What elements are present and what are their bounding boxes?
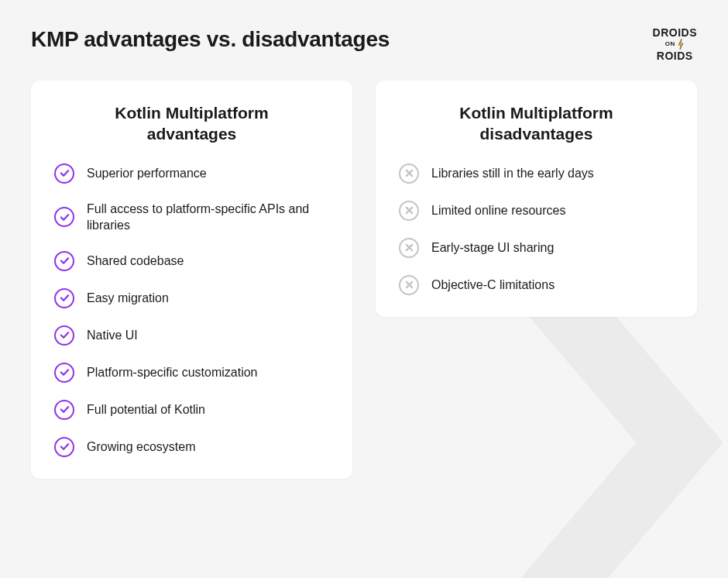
disadvantages-list: Libraries still in the early days Limite…	[399, 163, 674, 295]
logo-text-top: DROIDS	[653, 27, 697, 38]
list-item: Full access to platform-specific APIs an…	[54, 201, 329, 234]
list-item: Libraries still in the early days	[399, 163, 674, 184]
check-icon	[54, 363, 74, 383]
advantages-card: Kotlin Multiplatform advantages Superior…	[31, 81, 352, 479]
item-text: Early-stage UI sharing	[431, 239, 554, 256]
advantages-list: Superior performance Full access to plat…	[54, 163, 329, 457]
list-item: Limited online resources	[399, 201, 674, 221]
item-text: Platform-specific customization	[87, 364, 258, 381]
check-icon	[54, 288, 74, 308]
check-icon	[54, 207, 74, 227]
bolt-icon	[677, 39, 685, 50]
list-item: Growing ecosystem	[54, 437, 329, 457]
list-item: Early-stage UI sharing	[399, 238, 674, 258]
check-icon	[54, 163, 74, 184]
item-text: Objective-C limitations	[431, 277, 555, 294]
list-item: Easy migration	[54, 288, 329, 308]
list-item: Full potential of Kotlin	[54, 400, 329, 420]
header: KMP advantages vs. disadvantages DROIDS …	[0, 0, 728, 61]
list-item: Superior performance	[54, 163, 329, 184]
check-icon	[54, 437, 74, 457]
check-icon	[54, 251, 74, 271]
x-icon	[399, 201, 419, 221]
advantages-heading: Kotlin Multiplatform advantages	[54, 102, 329, 145]
item-text: Superior performance	[87, 165, 207, 182]
disadvantages-heading: Kotlin Multiplatform disadvantages	[399, 102, 674, 145]
item-text: Native UI	[87, 327, 138, 344]
list-item: Platform-specific customization	[54, 363, 329, 383]
logo-text-bottom: ROIDS	[657, 50, 693, 61]
logo-text-middle: ON	[665, 39, 685, 50]
item-text: Full access to platform-specific APIs an…	[87, 201, 329, 234]
check-icon	[54, 400, 74, 420]
page-title: KMP advantages vs. disadvantages	[31, 27, 390, 52]
brand-logo: DROIDS ON ROIDS	[653, 27, 697, 61]
x-icon	[399, 238, 419, 258]
check-icon	[54, 325, 74, 346]
list-item: Native UI	[54, 325, 329, 346]
x-icon	[399, 275, 419, 295]
cards-container: Kotlin Multiplatform advantages Superior…	[0, 61, 728, 498]
item-text: Limited online resources	[431, 202, 565, 219]
item-text: Libraries still in the early days	[431, 165, 594, 182]
item-text: Shared codebase	[87, 253, 184, 270]
disadvantages-card: Kotlin Multiplatform disadvantages Libra…	[376, 81, 697, 317]
item-text: Full potential of Kotlin	[87, 401, 205, 418]
item-text: Easy migration	[87, 290, 169, 307]
list-item: Shared codebase	[54, 251, 329, 271]
x-icon	[399, 163, 419, 184]
item-text: Growing ecosystem	[87, 439, 196, 456]
list-item: Objective-C limitations	[399, 275, 674, 295]
